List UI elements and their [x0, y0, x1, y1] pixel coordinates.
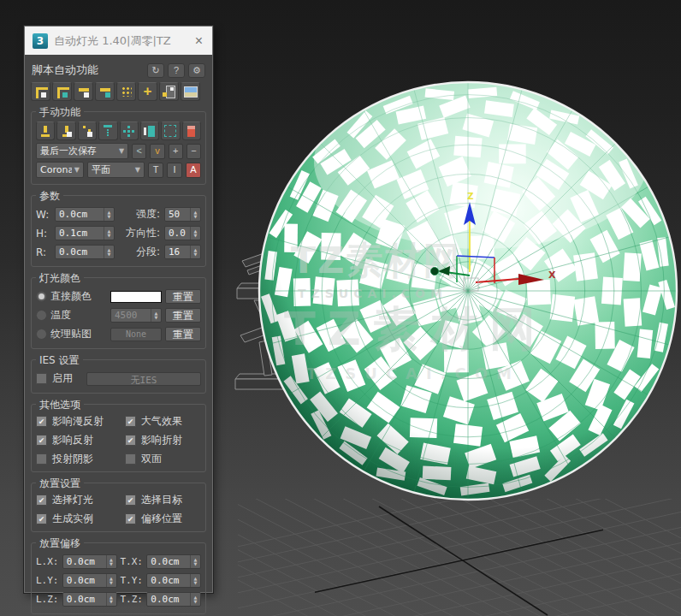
spinner-0[interactable]: 50▲▼	[164, 207, 201, 222]
light-color-row: 直接颜色重置	[36, 288, 201, 305]
refresh-icon[interactable]: ↻	[147, 63, 164, 78]
target-line-button[interactable]	[98, 121, 117, 140]
renderer-dropdown[interactable]: Corona▼	[36, 162, 84, 178]
spinner-arrows[interactable]: ▲▼	[190, 593, 200, 606]
spinner-arrows[interactable]: ▲▼	[104, 208, 114, 221]
create-grid-lights-button[interactable]	[116, 82, 136, 101]
spinner-arrows[interactable]: ▲▼	[151, 309, 161, 322]
checkbox-box[interactable]: ✔	[36, 416, 47, 427]
checkbox-box[interactable]: ✔	[36, 513, 47, 524]
help-icon[interactable]: ?	[168, 63, 185, 78]
add-light-button[interactable]	[138, 82, 157, 101]
image-light-button[interactable]	[181, 82, 200, 101]
spinner-TY[interactable]: 0.0cm▲▼	[146, 573, 201, 588]
spinner-H[interactable]: 0.1cm▲▼	[55, 226, 115, 240]
radio-0[interactable]	[36, 291, 47, 302]
preset-dropdown[interactable]: 最后一次保存▼	[36, 143, 128, 159]
checkbox-placement-2[interactable]: ✔生成实例	[36, 510, 125, 528]
spinner-R[interactable]: 0.0cm▲▼	[55, 245, 115, 259]
spinner-arrows[interactable]: ▲▼	[104, 227, 114, 240]
radio-1[interactable]	[36, 310, 47, 321]
remove-preset-button[interactable]: −	[187, 144, 201, 159]
x-axis-arrow[interactable]	[518, 274, 544, 285]
add-preset-button[interactable]: +	[169, 144, 183, 159]
settings-icon[interactable]: ⚙	[188, 63, 205, 78]
spinner-LY[interactable]: 0.0cm▲▼	[62, 573, 117, 588]
checkbox-other-1[interactable]: ✔大气效果	[125, 412, 201, 430]
checkbox-box[interactable]	[36, 453, 47, 465]
previous-button[interactable]: <	[132, 144, 146, 159]
label: 纹理贴图	[50, 327, 107, 341]
spinner-arrows[interactable]: ▲▼	[190, 227, 200, 240]
spinner-TX[interactable]: 0.0cm▲▼	[146, 554, 201, 569]
color-swatch[interactable]	[110, 291, 162, 303]
checkbox-box[interactable]: ✔	[125, 435, 136, 446]
spinner-LX[interactable]: 0.0cm▲▼	[62, 554, 117, 569]
spinner-LZ[interactable]: 0.0cm▲▼	[62, 592, 117, 607]
auto-toolbar	[31, 82, 206, 101]
create-corner-target-light-button[interactable]	[52, 82, 72, 101]
instance-toggle-button[interactable]: I	[167, 163, 182, 178]
checkbox-box[interactable]: ✔	[36, 435, 47, 446]
create-corner-light-button[interactable]	[31, 82, 50, 101]
checkbox-placement-0[interactable]: ✔选择灯光	[36, 491, 125, 509]
dropdown-value: 平面	[92, 163, 133, 176]
texture-map-button[interactable]: None	[110, 328, 162, 341]
ies-enable-checkbox[interactable]: 启用	[36, 370, 73, 388]
checkbox-box[interactable]: ✔	[36, 495, 47, 506]
create-strip-light-button[interactable]	[74, 82, 93, 101]
drop-light-button[interactable]	[36, 121, 55, 140]
drop-light-select-button[interactable]	[56, 121, 75, 140]
close-icon[interactable]: ×	[193, 34, 204, 48]
spinner-temperature[interactable]: 4500▲▼	[110, 308, 162, 323]
checkbox-other-0[interactable]: ✔影响漫反射	[36, 412, 125, 430]
dialog-titlebar[interactable]: 3 自动灯光 1.40|凋零|TZ ×	[25, 27, 212, 55]
reset-button[interactable]: 重置	[165, 308, 201, 323]
ies-file-button[interactable]: 无IES	[86, 372, 201, 386]
spinner-arrows[interactable]: ▲▼	[106, 574, 116, 587]
spinner-2[interactable]: 16▲▼	[164, 245, 201, 259]
confirm-button[interactable]: v	[150, 144, 164, 159]
spinner-arrows[interactable]: ▲▼	[190, 555, 200, 568]
spinner-TZ[interactable]: 0.0cm▲▼	[146, 592, 201, 607]
manual-toolbar	[36, 121, 201, 140]
checkbox-box[interactable]	[125, 453, 136, 465]
checkbox-box[interactable]: ✔	[125, 495, 136, 506]
auto-toggle-button[interactable]: A	[186, 163, 201, 178]
delete-light-button[interactable]	[182, 121, 201, 140]
spinner-arrows[interactable]: ▲▼	[106, 555, 116, 568]
checkbox-box[interactable]	[36, 373, 47, 384]
spinner-arrows[interactable]: ▲▼	[190, 208, 200, 221]
checkbox-box[interactable]: ✔	[125, 513, 136, 524]
checkbox-other-2[interactable]: ✔影响反射	[36, 431, 125, 449]
other-options: ✔影响漫反射✔大气效果✔影响反射✔影响折射投射阴影双面	[36, 412, 201, 468]
light-color-row: 纹理贴图None重置	[36, 326, 201, 342]
radio-2[interactable]	[36, 329, 47, 340]
checkbox-box[interactable]: ✔	[125, 416, 136, 427]
spinner-arrows[interactable]: ▲▼	[106, 593, 116, 606]
spinner-arrows[interactable]: ▲▼	[190, 246, 200, 258]
target-toggle-button[interactable]: T	[148, 163, 163, 178]
checkbox-other-3[interactable]: ✔影响折射	[125, 431, 201, 449]
panel-light-button[interactable]	[140, 121, 159, 140]
spinner-W[interactable]: 0.0cm▲▼	[55, 207, 115, 222]
spinner-arrows[interactable]: ▲▼	[190, 574, 200, 587]
create-strip-target-light-button[interactable]	[95, 82, 115, 101]
reset-button[interactable]: 重置	[165, 289, 201, 304]
door-light-button[interactable]	[159, 82, 179, 101]
checkbox-other-5[interactable]: 双面	[125, 450, 201, 468]
select-region-button[interactable]	[161, 121, 180, 140]
y-axis-arrow[interactable]	[438, 266, 450, 275]
checkbox-other-4[interactable]: 投射阴影	[36, 450, 125, 468]
move-gizmo[interactable]: ZX	[431, 192, 557, 291]
scatter-lights-button[interactable]	[78, 121, 97, 140]
label: 强度:	[118, 207, 161, 222]
plane-dropdown[interactable]: 平面▼	[87, 162, 145, 178]
spinner-1[interactable]: 0.0▲▼	[164, 226, 201, 240]
x-axis-label: X	[548, 270, 556, 281]
reset-button[interactable]: 重置	[165, 327, 201, 341]
center-lights-button[interactable]	[120, 121, 139, 140]
checkbox-placement-3[interactable]: ✔偏移位置	[125, 510, 201, 528]
checkbox-placement-1[interactable]: ✔选择目标	[125, 491, 201, 509]
spinner-arrows[interactable]: ▲▼	[104, 246, 114, 258]
